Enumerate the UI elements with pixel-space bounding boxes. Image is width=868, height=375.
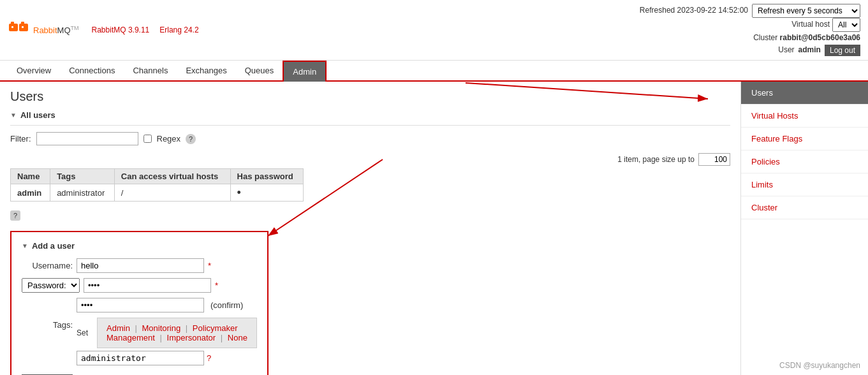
password-row: Password: Hashed: * — [22, 278, 257, 293]
add-user-triangle[interactable]: ▼ — [22, 242, 28, 249]
svg-rect-4 — [11, 22, 14, 26]
main-layout: Users ▼ All users Filter: Regex ? 1 item… — [0, 82, 868, 375]
username-asterisk: * — [208, 261, 211, 270]
password-confirm-row: (confirm) — [22, 298, 257, 312]
cluster-value-text: rabbit@0d5cb60e3a06 — [780, 33, 860, 42]
tag-policymaker[interactable]: Policymaker — [193, 323, 238, 333]
logo-rabbit: Rabbit — [33, 26, 57, 35]
users-table: Name Tags Can access virtual hosts Has p… — [10, 168, 304, 202]
items-count-text: 1 item, page size up to — [617, 155, 695, 164]
svg-rect-8 — [22, 26, 24, 28]
tags-set-box: Admin | Monitoring | Policymaker Managem… — [97, 318, 257, 348]
user-label: User — [778, 44, 794, 56]
username-label: Username: — [22, 261, 73, 270]
vhost-row: Virtual host All — [640, 18, 860, 32]
topbar: RabbitMQTM RabbitMQ 3.9.11 Erlang 24.2 R… — [0, 0, 868, 61]
nav-admin[interactable]: Admin — [283, 61, 327, 82]
version-badge: RabbitMQ 3.9.11 — [92, 26, 150, 34]
sidebar: Users Virtual Hosts Feature Flags Polici… — [740, 82, 868, 375]
nav-connections[interactable]: Connections — [60, 61, 124, 80]
logo-mq: MQ — [57, 26, 71, 35]
regex-checkbox[interactable] — [143, 135, 152, 143]
col-vhosts: Can access virtual hosts — [114, 169, 230, 184]
col-tags: Tags — [50, 169, 115, 184]
user-vhosts-cell: / — [114, 184, 230, 202]
password-input[interactable] — [84, 278, 211, 293]
set-label: Set — [77, 328, 88, 337]
tags-label: Tags: — [22, 320, 73, 330]
svg-rect-5 — [11, 26, 13, 28]
password-confirm-input[interactable] — [77, 298, 204, 312]
nav-channels[interactable]: Channels — [124, 61, 177, 80]
tags-row: Tags: Set Admin | Monitoring | Policymak… — [22, 318, 257, 365]
sidebar-item-policies[interactable]: Policies — [741, 151, 868, 173]
table-help-icon[interactable]: ? — [10, 210, 20, 221]
username-row: Username: * — [22, 258, 257, 273]
sidebar-item-virtual-hosts[interactable]: Virtual Hosts — [741, 105, 868, 128]
user-password-cell: • — [230, 184, 303, 202]
divider — [10, 125, 730, 126]
sidebar-item-users[interactable]: Users — [741, 82, 868, 105]
add-user-box: ▼ Add a user Username: * Password: Hashe… — [10, 231, 268, 375]
sidebar-item-feature-flags[interactable]: Feature Flags — [741, 128, 868, 151]
content-area: Users ▼ All users Filter: Regex ? 1 item… — [0, 82, 740, 375]
user-name-cell: admin — [11, 184, 50, 202]
all-users-label: All users — [20, 110, 55, 120]
col-name: Name — [11, 169, 50, 184]
page-size-input[interactable] — [698, 153, 730, 166]
password-asterisk: * — [215, 281, 218, 290]
add-user-button-row: Add user — [22, 371, 257, 375]
sidebar-item-limits[interactable]: Limits — [741, 173, 868, 196]
vhost-label: Virtual host — [791, 18, 830, 31]
tag-impersonator[interactable]: Impersonator — [167, 333, 216, 342]
page-title: Users — [10, 89, 730, 104]
sidebar-item-cluster[interactable]: Cluster — [741, 196, 868, 219]
refresh-select[interactable]: Refresh every 5 seconds Refresh every 10… — [752, 4, 860, 18]
topright: Refreshed 2023-09-22 14:52:00 Refresh ev… — [640, 4, 860, 56]
confirm-label: (confirm) — [210, 300, 243, 310]
password-type-select[interactable]: Password: Hashed: — [22, 278, 80, 293]
all-users-section: ▼ All users Filter: Regex ? 1 item, page… — [10, 110, 730, 221]
nav-queues[interactable]: Queues — [236, 61, 283, 80]
tags-input[interactable] — [77, 351, 204, 365]
add-user-header: ▼ Add a user — [22, 241, 257, 251]
vhost-select[interactable]: All — [832, 18, 860, 32]
refreshed-text: Refreshed 2023-09-22 14:52:00 — [640, 4, 748, 17]
tags-set-row: Set Admin | Monitoring | Policymaker Man… — [77, 318, 257, 348]
logout-button[interactable]: Log out — [825, 45, 860, 56]
logo-text: RabbitMQTM — [33, 25, 79, 35]
cluster-label: Cluster — [753, 33, 777, 42]
erlang-badge: Erlang 24.2 — [159, 26, 198, 34]
user-row: User admin Log out — [640, 44, 860, 56]
rabbitmq-logo-icon — [8, 18, 31, 41]
user-tags-cell: administrator — [50, 184, 115, 202]
table-row[interactable]: admin administrator / • — [11, 184, 304, 202]
tag-none[interactable]: None — [228, 333, 247, 342]
items-count-row: 1 item, page size up to — [10, 153, 730, 166]
tag-management[interactable]: Management — [107, 333, 155, 342]
refresh-row: Refreshed 2023-09-22 14:52:00 Refresh ev… — [640, 4, 860, 18]
filter-label: Filter: — [10, 134, 31, 143]
col-password: Has password — [230, 169, 303, 184]
user-value: admin — [798, 44, 821, 56]
filter-help-icon[interactable]: ? — [186, 134, 196, 144]
nav-exchanges[interactable]: Exchanges — [177, 61, 235, 80]
cluster-row: Cluster rabbit@0d5cb60e3a06 — [640, 32, 860, 44]
tag-admin[interactable]: Admin — [107, 323, 130, 333]
main-nav: Overview Connections Channels Exchanges … — [0, 61, 868, 82]
filter-row: Filter: Regex ? — [10, 132, 730, 145]
logo-area: RabbitMQTM RabbitMQ 3.9.11 Erlang 24.2 — [8, 18, 199, 41]
svg-rect-7 — [21, 22, 24, 26]
watermark: CSDN @suyukangchen — [779, 361, 860, 370]
nav-overview[interactable]: Overview — [8, 61, 60, 80]
tag-monitoring[interactable]: Monitoring — [142, 323, 181, 333]
add-user-label: Add a user — [32, 241, 75, 251]
collapse-triangle[interactable]: ▼ — [10, 112, 17, 119]
logo: RabbitMQTM — [8, 18, 79, 41]
regex-label: Regex — [157, 134, 181, 143]
filter-input[interactable] — [36, 132, 138, 145]
logo-tm: TM — [71, 25, 79, 31]
username-input[interactable] — [77, 258, 204, 273]
all-users-header: ▼ All users — [10, 110, 730, 120]
tags-help-icon[interactable]: ? — [207, 353, 211, 363]
